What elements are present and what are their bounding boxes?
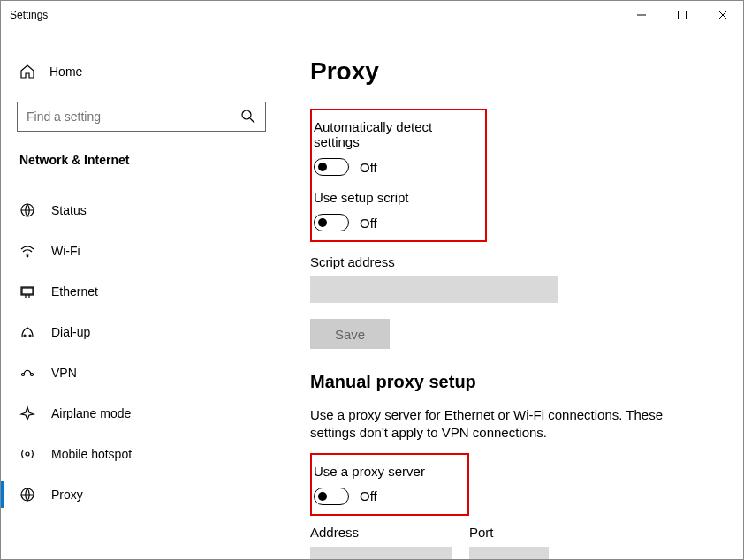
manual-proxy-highlight: Use a proxy server Off [310,453,469,516]
svg-line-5 [250,118,254,123]
setup-script-state: Off [360,216,377,231]
sidebar: Home Network & Internet Status Wi-Fi [1,29,284,559]
proxy-icon [19,487,35,503]
sidebar-item-label: Dial-up [51,325,90,339]
content-area: Home Network & Internet Status Wi-Fi [1,29,743,559]
use-proxy-state: Off [360,488,377,503]
address-port-row: Address Port [310,525,717,560]
address-input[interactable] [310,547,452,560]
sidebar-item-label: Proxy [51,488,83,502]
sidebar-item-label: VPN [51,366,77,380]
search-icon [240,109,256,125]
close-button[interactable] [702,1,743,29]
sidebar-item-label: Wi-Fi [51,244,80,258]
svg-rect-1 [679,11,687,19]
home-label: Home [49,64,82,79]
auto-proxy-highlight: Automatically detect settings Off Use se… [310,109,487,242]
svg-point-16 [26,452,29,456]
auto-detect-toggle[interactable] [314,158,349,176]
search-box[interactable] [17,102,266,132]
sidebar-item-dialup[interactable]: Dial-up [17,312,268,352]
airplane-icon [19,405,35,421]
manual-proxy-desc: Use a proxy server for Ethernet or Wi-Fi… [310,406,699,443]
sidebar-item-label: Status [51,203,87,217]
status-icon [19,202,35,218]
dialup-icon [19,324,35,340]
settings-window: Settings Home Network & Internet [0,0,744,560]
port-label: Port [469,525,549,540]
maximize-button[interactable] [662,1,702,29]
save-button[interactable]: Save [310,319,390,349]
svg-point-7 [27,255,28,257]
ethernet-icon [19,284,35,299]
svg-point-12 [24,335,26,337]
sidebar-item-label: Airplane mode [51,406,131,420]
svg-point-4 [242,110,251,119]
main-panel: Proxy Automatically detect settings Off … [284,29,743,559]
window-controls [621,1,743,29]
sidebar-item-hotspot[interactable]: Mobile hotspot [17,434,268,474]
titlebar: Settings [1,1,743,29]
use-proxy-label: Use a proxy server [314,464,460,479]
auto-detect-label: Automatically detect settings [314,119,478,149]
sidebar-item-label: Ethernet [51,284,98,299]
minimize-button[interactable] [621,1,662,29]
window-title: Settings [10,9,48,21]
home-icon [19,64,35,79]
svg-point-13 [29,335,31,337]
sidebar-item-status[interactable]: Status [17,190,268,231]
section-heading: Network & Internet [17,153,268,167]
wifi-icon [19,243,35,259]
use-proxy-toggle[interactable] [314,488,349,505]
script-address-label: Script address [310,254,717,269]
search-input[interactable] [27,110,240,124]
nav-list: Status Wi-Fi Ethernet Dial-up VPN [17,190,268,515]
sidebar-item-airplane[interactable]: Airplane mode [17,393,268,434]
script-address-input[interactable] [310,276,558,303]
port-input[interactable] [469,547,549,560]
setup-script-label: Use setup script [314,190,478,205]
auto-detect-setting: Automatically detect settings Off [314,119,478,176]
sidebar-item-proxy[interactable]: Proxy [17,474,268,515]
hotspot-icon [19,446,35,462]
auto-detect-state: Off [360,160,377,175]
svg-rect-9 [22,288,33,294]
manual-proxy-heading: Manual proxy setup [310,372,717,392]
setup-script-setting: Use setup script Off [314,190,478,231]
sidebar-item-label: Mobile hotspot [51,447,132,461]
sidebar-item-ethernet[interactable]: Ethernet [17,271,268,312]
sidebar-item-wifi[interactable]: Wi-Fi [17,231,268,271]
sidebar-item-vpn[interactable]: VPN [17,352,268,393]
vpn-icon [19,365,35,381]
home-link[interactable]: Home [17,54,268,89]
setup-script-toggle[interactable] [314,214,349,231]
page-title: Proxy [310,57,717,86]
address-label: Address [310,525,452,540]
